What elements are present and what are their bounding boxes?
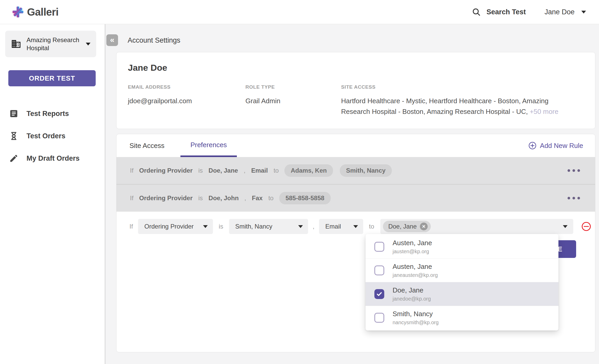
search-test-button[interactable]: Search Test — [472, 8, 526, 16]
option-name: Doe, Jane — [393, 286, 431, 294]
user-menu[interactable]: Jane Doe — [544, 8, 586, 16]
option-email: nancysmith@kp.org — [393, 320, 439, 326]
ellipsis-dot — [577, 197, 580, 199]
rule-separator: , — [244, 194, 246, 202]
ellipsis-dot — [577, 169, 580, 172]
chevron-down-icon — [203, 225, 208, 228]
chevron-down-icon — [86, 43, 90, 46]
option-email: janedoe@kp.org — [393, 296, 431, 302]
checkbox-unchecked[interactable] — [374, 313, 384, 323]
option-name: Smith, Nancy — [393, 310, 439, 318]
email-column: EMAIL ADDRESS jdoe@grailportal.com — [128, 84, 245, 117]
method-select[interactable]: Email — [319, 219, 363, 234]
app-root: { "header": {"brand": "Galleri", "search… — [0, 0, 599, 364]
editor-if: If — [129, 223, 133, 230]
profile-card: Jane Doe EMAIL ADDRESS jdoe@grailportal.… — [116, 52, 595, 129]
role-label: ROLE TYPE — [245, 84, 341, 90]
org-name: Amazing Research Hospital — [27, 36, 82, 52]
site-access-label: SITE ACCESS — [341, 84, 574, 90]
profile-name: Jane Doe — [128, 63, 584, 73]
rule-is: is — [198, 194, 203, 202]
order-test-button[interactable]: ORDER TEST — [8, 70, 96, 86]
email-value: jdoe@grailportal.com — [128, 96, 245, 106]
user-name: Jane Doe — [544, 8, 575, 16]
editor-is: is — [219, 223, 223, 230]
tab-preferences[interactable]: Preferences — [180, 134, 237, 157]
rule-method: Fax — [252, 194, 263, 202]
site-access-value: Hartford Healthcare - Mystic, Heartford … — [341, 96, 574, 117]
email-label: EMAIL ADDRESS — [128, 84, 245, 90]
ellipsis-dot — [568, 197, 570, 199]
recipient-pill: 585-858-5858 — [279, 192, 330, 204]
chevron-down-icon — [563, 225, 568, 228]
dropdown-option[interactable]: Smith, Nancy nancysmith@kp.org — [366, 306, 558, 329]
chevron-down-icon — [581, 11, 586, 14]
ellipsis-dot — [568, 169, 570, 172]
sidebar-item-test-orders[interactable]: Test Orders — [0, 125, 105, 147]
rule-row: If Ordering Provider is Doe, Jane , Emai… — [116, 157, 595, 184]
checkbox-unchecked[interactable] — [374, 242, 384, 252]
rule-to: to — [268, 194, 274, 202]
add-new-rule-label: Add New Rule — [540, 142, 583, 150]
option-name: Austen, Jane — [393, 263, 438, 271]
tabs-row: Site Access Preferences Add New Rule — [116, 134, 595, 157]
rule-menu-button[interactable] — [567, 167, 581, 174]
dropdown-option[interactable]: Austen, Jane jausten@kp.org — [366, 235, 558, 258]
option-text: Doe, Jane janedoe@kp.org — [393, 286, 431, 302]
search-test-label: Search Test — [486, 8, 526, 16]
sidebar-item-label: My Draft Orders — [27, 154, 80, 162]
add-new-rule-button[interactable]: Add New Rule — [528, 141, 583, 150]
provider-select-value: Smith, Nancy — [235, 223, 272, 230]
recipient-multiselect[interactable]: Doe, Jane ✕ — [380, 219, 573, 234]
option-text: Smith, Nancy nancysmith@kp.org — [393, 310, 439, 326]
rule-if: If — [130, 194, 133, 202]
checkbox-checked[interactable] — [374, 289, 384, 299]
site-access-list: Hartford Healthcare - Mystic, Heartford … — [341, 97, 549, 115]
dropdown-option-selected[interactable]: Doe, Jane janedoe@kp.org — [366, 282, 558, 306]
checkbox-unchecked[interactable] — [374, 265, 384, 275]
editor-to: to — [369, 223, 374, 230]
recipient-pill: Smith, Nancy — [340, 164, 392, 177]
rule-field: Ordering Provider — [139, 194, 192, 202]
rule-method: Email — [251, 167, 268, 174]
rule-value: Doe, Jane — [209, 167, 238, 174]
rule-is: is — [198, 167, 203, 174]
rule-row: If Ordering Provider is Doe, John , Fax … — [116, 184, 595, 212]
app-header: Galleri Search Test Jane Doe — [0, 0, 599, 24]
sidebar-item-label: Test Orders — [27, 132, 66, 140]
brand-logo[interactable]: Galleri — [12, 6, 58, 18]
rule-to: to — [274, 167, 279, 174]
building-icon — [11, 39, 21, 49]
dropdown-option[interactable]: Austen, Jane janeausten@kp.org — [366, 258, 558, 282]
sidebar: Amazing Research Hospital ORDER TEST Tes… — [0, 24, 105, 364]
collapse-sidebar-button[interactable]: « — [106, 34, 118, 46]
hourglass-icon — [9, 131, 19, 141]
sidebar-item-my-draft-orders[interactable]: My Draft Orders — [0, 147, 105, 170]
galleri-asterisk-icon — [12, 6, 24, 18]
recipient-dropdown-panel: Austen, Jane jausten@kp.org Austen, Jane… — [366, 234, 558, 330]
ellipsis-dot — [572, 169, 575, 172]
site-access-column: SITE ACCESS Hartford Healthcare - Mystic… — [341, 84, 584, 117]
recipient-pill: Adams, Ken — [284, 164, 333, 177]
field-select[interactable]: Ordering Provider — [138, 219, 213, 234]
tab-site-access[interactable]: Site Access — [129, 134, 164, 157]
site-access-more-link[interactable]: +50 more — [530, 108, 558, 115]
rule-separator: , — [244, 167, 245, 174]
main-content: « Account Settings Jane Doe EMAIL ADDRES… — [105, 24, 599, 364]
rule-menu-button[interactable] — [567, 194, 581, 202]
sidebar-nav: Test Reports Test Orders My Draft Orders — [0, 102, 105, 170]
sidebar-item-test-reports[interactable]: Test Reports — [0, 102, 105, 125]
chip-label: Doe, Jane — [388, 223, 416, 230]
document-icon — [9, 109, 19, 119]
rule-value: Doe, John — [209, 194, 239, 202]
chevron-down-icon — [353, 225, 358, 228]
selected-recipient-chip: Doe, Jane ✕ — [383, 221, 431, 232]
provider-select[interactable]: Smith, Nancy — [229, 219, 308, 234]
org-selector[interactable]: Amazing Research Hospital — [5, 31, 96, 57]
option-email: janeausten@kp.org — [393, 272, 438, 278]
remove-rule-button[interactable] — [581, 221, 591, 232]
remove-chip-icon[interactable]: ✕ — [420, 223, 428, 230]
rule-if: If — [130, 167, 133, 174]
page-title: Account Settings — [128, 36, 180, 44]
sidebar-item-label: Test Reports — [27, 110, 69, 118]
